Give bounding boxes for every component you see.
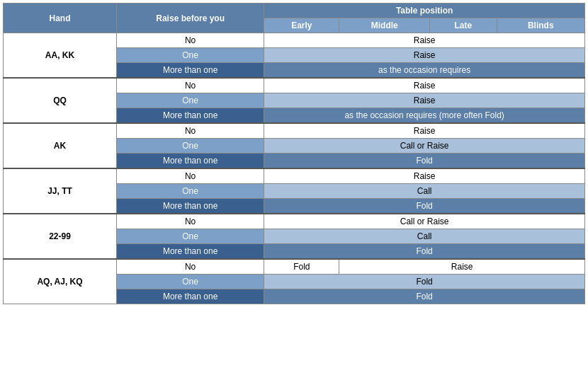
hand-cell: QQ	[4, 78, 117, 123]
action-cell: Raise	[264, 48, 585, 63]
hand-cell: AA, KK	[4, 33, 117, 79]
raise-cell: No	[117, 214, 264, 229]
raise-cell: One	[117, 184, 264, 199]
action-cell: Fold	[264, 289, 585, 304]
action-cell: Fold	[264, 199, 585, 214]
raise-cell: More than one	[117, 108, 264, 124]
action-cell: Raise	[264, 93, 585, 108]
raise-cell: More than one	[117, 63, 264, 79]
raise-cell: More than one	[117, 199, 264, 214]
raise-cell: More than one	[117, 289, 264, 304]
hand-cell: AQ, AJ, KQ	[4, 259, 117, 304]
header-raise-before: Raise before you	[117, 4, 264, 33]
raise-cell: No	[117, 168, 264, 184]
header-blinds: Blinds	[497, 18, 585, 33]
raise-cell: No	[117, 78, 264, 93]
action-cell: as the occasion requires	[264, 63, 585, 79]
raise-cell: No	[117, 123, 264, 139]
action-cell: Fold	[264, 275, 585, 289]
raise-cell: More than one	[117, 154, 264, 169]
header-early: Early	[264, 18, 339, 33]
raise-cell: One	[117, 48, 264, 63]
action-cell: Call or Raise	[264, 214, 585, 229]
raise-cell: One	[117, 93, 264, 108]
header-hand: Hand	[4, 4, 117, 33]
action-cell: Raise	[264, 168, 585, 184]
action-cell: Fold	[264, 154, 585, 169]
action-cell: Call or Raise	[264, 139, 585, 154]
action-cell: as the occasion requires (more often Fol…	[264, 108, 585, 124]
header-late: Late	[430, 18, 497, 33]
raise-cell: More than one	[117, 244, 264, 260]
action-cell: Call	[264, 184, 585, 199]
action-cell: Fold	[264, 244, 585, 260]
hand-cell: AK	[4, 123, 117, 168]
raise-cell: One	[117, 229, 264, 244]
action-cell: Call	[264, 229, 585, 244]
hand-cell: 22-99	[4, 214, 117, 259]
action-cell: Fold	[264, 259, 339, 275]
action-cell: Raise	[339, 259, 585, 275]
header-middle: Middle	[339, 18, 430, 33]
raise-cell: One	[117, 275, 264, 289]
action-cell: Raise	[264, 33, 585, 48]
raise-cell: No	[117, 259, 264, 275]
raise-cell: No	[117, 33, 264, 48]
action-cell: Raise	[264, 78, 585, 93]
header-table-position: Table position	[264, 4, 585, 18]
action-cell: Raise	[264, 123, 585, 139]
hand-cell: JJ, TT	[4, 168, 117, 214]
raise-cell: One	[117, 139, 264, 154]
